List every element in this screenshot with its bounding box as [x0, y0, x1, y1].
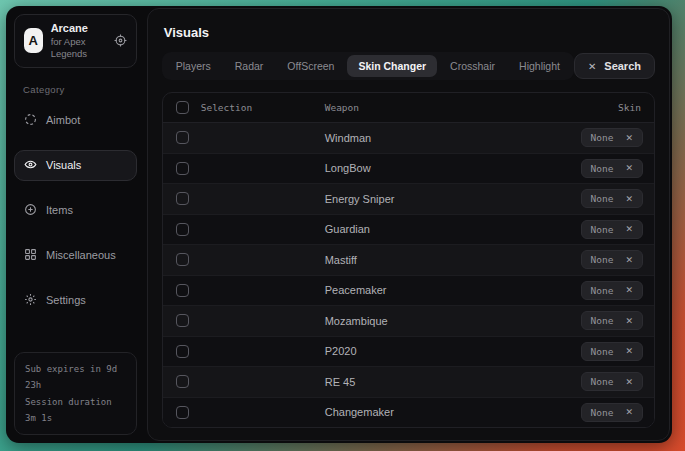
- select-all-checkbox[interactable]: [176, 101, 189, 114]
- clear-skin-icon[interactable]: ✕: [625, 194, 633, 204]
- clear-skin-icon[interactable]: ✕: [625, 285, 633, 295]
- tab-skin-changer[interactable]: Skin Changer: [347, 55, 437, 77]
- subscription-info: Sub expires in 9d 23h Session duration 3…: [14, 352, 137, 435]
- table-body: Windman None✕ LongBow None✕ Energy Snipe…: [163, 123, 654, 427]
- row-checkbox[interactable]: [176, 375, 189, 388]
- tab-radar[interactable]: Radar: [224, 55, 275, 77]
- clear-skin-icon[interactable]: ✕: [625, 407, 633, 417]
- tab-players[interactable]: Players: [165, 55, 222, 77]
- skin-value: None: [591, 254, 614, 265]
- grid-icon: [24, 248, 37, 263]
- app-subtitle: for Apex Legends: [51, 36, 106, 60]
- table-row[interactable]: Mastiff None✕: [163, 244, 654, 275]
- weapon-name: Windman: [325, 132, 371, 144]
- sidebar-item-label: Miscellaneous: [46, 249, 116, 261]
- table-row[interactable]: Mozambique None✕: [163, 305, 654, 336]
- weapon-name: Mozambique: [325, 315, 388, 327]
- clear-skin-icon[interactable]: ✕: [625, 255, 633, 265]
- skin-badge[interactable]: None✕: [581, 342, 643, 361]
- app-window: A Arcane for Apex Legends Category: [6, 6, 672, 443]
- skin-value: None: [591, 376, 614, 387]
- table-row[interactable]: Energy Sniper None✕: [163, 183, 654, 214]
- search-button[interactable]: ✕ Search: [574, 53, 655, 79]
- sidebar-item-label: Settings: [46, 294, 86, 306]
- row-checkbox[interactable]: [176, 131, 189, 144]
- weapon-name: RE 45: [325, 376, 356, 388]
- table-row[interactable]: LongBow None✕: [163, 153, 654, 184]
- tab-highlight[interactable]: Highlight: [508, 55, 571, 77]
- sidebar-item-label: Aimbot: [46, 114, 80, 126]
- weapon-name: P2020: [325, 345, 357, 357]
- clear-skin-icon[interactable]: ✕: [625, 346, 633, 356]
- skin-header: Skin: [618, 102, 641, 113]
- brand-text: Arcane for Apex Legends: [51, 22, 106, 60]
- eye-icon: [24, 158, 37, 173]
- skin-value: None: [591, 315, 614, 326]
- skin-value: None: [591, 285, 614, 296]
- weapon-name: Changemaker: [325, 406, 394, 418]
- sidebar-item-settings[interactable]: Settings: [14, 285, 137, 316]
- sidebar-item-miscellaneous[interactable]: Miscellaneous: [14, 240, 137, 271]
- table-row[interactable]: Guardian None✕: [163, 214, 654, 245]
- sidebar-item-visuals[interactable]: Visuals: [14, 150, 137, 181]
- skin-badge[interactable]: None✕: [581, 281, 643, 300]
- session-duration-text: Session duration 3m 1s: [25, 394, 126, 426]
- skin-badge[interactable]: None✕: [581, 159, 643, 178]
- table-row[interactable]: P2020 None✕: [163, 336, 654, 367]
- search-icon: ✕: [588, 61, 596, 72]
- weapon-name: Energy Sniper: [325, 193, 395, 205]
- skin-badge[interactable]: None✕: [581, 311, 643, 330]
- clear-skin-icon[interactable]: ✕: [625, 224, 633, 234]
- skin-value: None: [591, 132, 614, 143]
- brand-card: A Arcane for Apex Legends: [14, 14, 137, 68]
- skins-table: Selection Weapon Skin Windman None✕ Long…: [162, 92, 655, 428]
- clear-skin-icon[interactable]: ✕: [625, 316, 633, 326]
- skin-badge[interactable]: None✕: [581, 250, 643, 269]
- category-label: Category: [23, 84, 137, 95]
- clear-skin-icon[interactable]: ✕: [625, 377, 633, 387]
- sidebar-item-aimbot[interactable]: Aimbot: [14, 105, 137, 136]
- tab-offscreen[interactable]: OffScreen: [276, 55, 345, 77]
- skin-value: None: [591, 193, 614, 204]
- skin-badge[interactable]: None✕: [581, 220, 643, 239]
- row-checkbox[interactable]: [176, 223, 189, 236]
- sidebar-item-label: Items: [46, 204, 73, 216]
- weapon-name: Mastiff: [325, 254, 357, 266]
- skin-badge[interactable]: None✕: [581, 189, 643, 208]
- app-logo: A: [24, 28, 43, 53]
- table-header: Selection Weapon Skin: [163, 93, 654, 123]
- clear-skin-icon[interactable]: ✕: [625, 163, 633, 173]
- weapon-name: Guardian: [325, 223, 370, 235]
- tab-row: Players Radar OffScreen Skin Changer Cro…: [162, 52, 655, 80]
- row-checkbox[interactable]: [176, 314, 189, 327]
- row-checkbox[interactable]: [176, 406, 189, 419]
- row-checkbox[interactable]: [176, 192, 189, 205]
- table-row[interactable]: Peacemaker None✕: [163, 275, 654, 306]
- skin-value: None: [591, 163, 614, 174]
- skin-badge[interactable]: None✕: [581, 403, 643, 422]
- skin-value: None: [591, 224, 614, 235]
- skin-value: None: [591, 346, 614, 357]
- clear-skin-icon[interactable]: ✕: [625, 133, 633, 143]
- row-checkbox[interactable]: [176, 162, 189, 175]
- skin-badge[interactable]: None✕: [581, 372, 643, 391]
- crosshair-icon: [24, 113, 37, 128]
- selection-header: Selection: [201, 102, 252, 113]
- weapon-header: Weapon: [325, 102, 359, 113]
- weapon-name: Peacemaker: [325, 284, 387, 296]
- skin-value: None: [591, 407, 614, 418]
- row-checkbox[interactable]: [176, 284, 189, 297]
- table-row[interactable]: Windman None✕: [163, 123, 654, 153]
- box-icon: [24, 203, 37, 218]
- row-checkbox[interactable]: [176, 253, 189, 266]
- sidebar-nav: Aimbot Visuals Items: [14, 105, 137, 316]
- tab-crosshair[interactable]: Crosshair: [439, 55, 506, 77]
- row-checkbox[interactable]: [176, 345, 189, 358]
- sidebar: A Arcane for Apex Legends Category: [6, 6, 143, 443]
- table-row[interactable]: Changemaker None✕: [163, 397, 654, 428]
- skin-badge[interactable]: None✕: [581, 128, 643, 147]
- table-row[interactable]: RE 45 None✕: [163, 366, 654, 397]
- target-icon[interactable]: [114, 34, 127, 47]
- sidebar-item-items[interactable]: Items: [14, 195, 137, 226]
- app-title: Arcane: [51, 22, 106, 36]
